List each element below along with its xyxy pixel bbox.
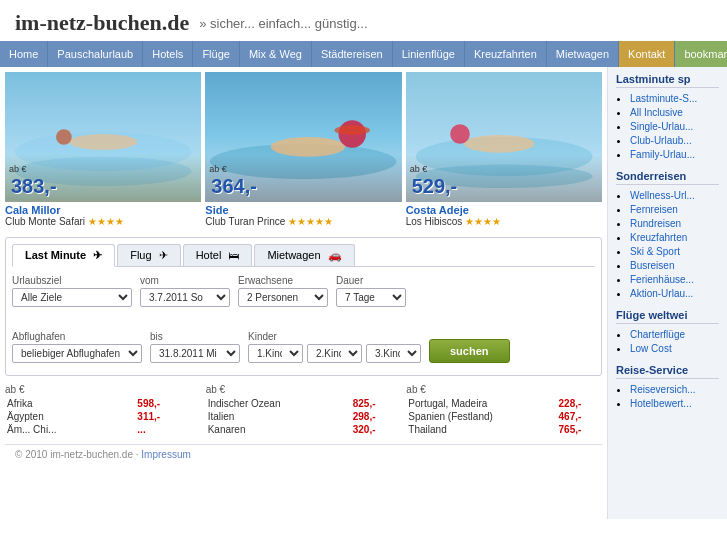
nav-mix[interactable]: Mix & Weg bbox=[240, 41, 312, 67]
sidebar-link[interactable]: Club-Urlaub... bbox=[630, 135, 692, 146]
kind3-select[interactable]: 3.Kind bbox=[366, 344, 421, 363]
table-row: Indischer Ozean 825,- bbox=[206, 397, 402, 410]
hotel-name-3: Los Hibiscos ★★★★ bbox=[406, 216, 602, 227]
list-item: Reiseversich... bbox=[630, 383, 719, 395]
sidebar-link[interactable]: Kreuzfahrten bbox=[630, 232, 687, 243]
table-row: Italien 298,- bbox=[206, 410, 402, 423]
content-area: ab € 383,- Cala Millor Club Monte Safari… bbox=[0, 67, 607, 519]
sidebar-link[interactable]: Family-Urlau... bbox=[630, 149, 695, 160]
sidebar-section-sonder: Sonderreisen Wellness-Url... Fernreisen … bbox=[616, 170, 719, 299]
header: im-netz-buchen.de » sicher... einfach...… bbox=[0, 0, 727, 41]
dest-col-1: ab € Afrika 598,- Ägypten 311,- Äm... Ch… bbox=[5, 384, 201, 436]
dest-header-3: ab € bbox=[406, 384, 602, 395]
sidebar-link[interactable]: Aktion-Urlau... bbox=[630, 288, 693, 299]
sidebar-section-fluege: Flüge weltwei Charterflüge Low Cost bbox=[616, 309, 719, 354]
abflughafen-select[interactable]: beliebiger Abflughafen bbox=[12, 344, 142, 363]
photo-desc-3: Costa Adeje Los Hibiscos ★★★★ bbox=[406, 202, 602, 229]
list-item: Ski & Sport bbox=[630, 245, 719, 257]
site-tagline: » sicher... einfach... günstig... bbox=[199, 16, 367, 31]
sidebar-section-title-sonder: Sonderreisen bbox=[616, 170, 719, 185]
sidebar-link[interactable]: Ski & Sport bbox=[630, 246, 680, 257]
dest-table-2: Indischer Ozean 825,- Italien 298,- Kana… bbox=[206, 397, 402, 436]
svg-point-9 bbox=[335, 125, 370, 135]
bis-select[interactable]: 31.8.2011 Mi bbox=[150, 344, 240, 363]
sidebar-link[interactable]: Rundreisen bbox=[630, 218, 681, 229]
nav-linien[interactable]: Linienflüge bbox=[393, 41, 465, 67]
tab-lastminute[interactable]: Last Minute ✈ bbox=[12, 244, 115, 267]
svg-point-14 bbox=[450, 124, 470, 144]
svg-point-4 bbox=[56, 129, 72, 145]
vom-select[interactable]: 3.7.2011 So bbox=[140, 288, 230, 307]
nav-bookmark[interactable]: bookmar bbox=[675, 41, 727, 67]
sidebar-section-title-fluege: Flüge weltwei bbox=[616, 309, 719, 324]
nav-pauschal[interactable]: Pauschalurlaub bbox=[48, 41, 143, 67]
tab-flug[interactable]: Flug ✈ bbox=[117, 244, 180, 266]
kind2-select[interactable]: 2.Kind bbox=[307, 344, 362, 363]
plane-icon: ✈ bbox=[93, 249, 102, 261]
dest-table-1: Afrika 598,- Ägypten 311,- Äm... Chi... … bbox=[5, 397, 201, 436]
dest-header-1: ab € bbox=[5, 384, 201, 395]
hotel-name-1: Club Monte Safari ★★★★ bbox=[5, 216, 201, 227]
tab-mietwagen[interactable]: Mietwagen 🚗 bbox=[254, 244, 354, 266]
dest-price: 765,- bbox=[557, 423, 602, 436]
dest-price: ... bbox=[135, 423, 200, 436]
photo-card-2[interactable]: ab € 364,- Side Club Turan Prince ★★★★★ bbox=[205, 72, 401, 229]
nav-miet[interactable]: Mietwagen bbox=[547, 41, 619, 67]
sidebar-link[interactable]: Busreisen bbox=[630, 260, 674, 271]
photo-bg-1: ab € 383,- bbox=[5, 72, 201, 202]
sidebar-link[interactable]: Wellness-Url... bbox=[630, 190, 695, 201]
impressum-link[interactable]: Impressum bbox=[141, 449, 190, 460]
sidebar-link[interactable]: Lastminute-S... bbox=[630, 93, 697, 104]
sidebar-link[interactable]: Reiseversich... bbox=[630, 384, 696, 395]
search-button[interactable]: suchen bbox=[429, 339, 510, 363]
list-item: Fernreisen bbox=[630, 203, 719, 215]
dauer-select[interactable]: 7 Tage bbox=[336, 288, 406, 307]
sidebar-section-title-service: Reise-Service bbox=[616, 364, 719, 379]
sidebar-link-lowcost[interactable]: Low Cost bbox=[630, 343, 672, 354]
nav-kontakt[interactable]: Kontakt bbox=[619, 41, 675, 67]
list-item: Low Cost bbox=[630, 342, 719, 354]
table-row: Äm... Chi... ... bbox=[5, 423, 201, 436]
vom-group: vom 3.7.2011 So bbox=[140, 275, 230, 307]
tab-hotel[interactable]: Hotel 🛏 bbox=[183, 244, 253, 266]
urlaubsziel-select[interactable]: Alle Ziele bbox=[12, 288, 132, 307]
dest-price: 467,- bbox=[557, 410, 602, 423]
sidebar-link[interactable]: Ferienhäuse... bbox=[630, 274, 694, 285]
photo-card-3[interactable]: ab € 529,- Costa Adeje Los Hibiscos ★★★★ bbox=[406, 72, 602, 229]
erwachsene-select[interactable]: 2 Personen bbox=[238, 288, 328, 307]
abflughafen-group: Abflughafen beliebiger Abflughafen bbox=[12, 331, 142, 363]
dest-col-3: ab € Portugal, Madeira 228,- Spanien (Fe… bbox=[406, 384, 602, 436]
bis-group: bis 31.8.2011 Mi bbox=[150, 331, 240, 363]
nav-fluege[interactable]: Flüge bbox=[193, 41, 240, 67]
list-item: Club-Urlaub... bbox=[630, 134, 719, 146]
sidebar-link[interactable]: Single-Urlau... bbox=[630, 121, 693, 132]
list-item: Single-Urlau... bbox=[630, 120, 719, 132]
svg-point-7 bbox=[271, 137, 346, 157]
table-row: Afrika 598,- bbox=[5, 397, 201, 410]
bis-label: bis bbox=[150, 331, 240, 342]
nav-bar: Home Pauschalurlaub Hotels Flüge Mix & W… bbox=[0, 41, 727, 67]
list-item: Wellness-Url... bbox=[630, 189, 719, 201]
sidebar: Lastminute sp Lastminute-S... All Inclus… bbox=[607, 67, 727, 519]
sidebar-scroll[interactable]: Lastminute sp Lastminute-S... All Inclus… bbox=[616, 73, 719, 513]
sidebar-link[interactable]: Charterflüge bbox=[630, 329, 685, 340]
dest-label: Thailand bbox=[406, 423, 556, 436]
sidebar-link[interactable]: Fernreisen bbox=[630, 204, 678, 215]
nav-staedte[interactable]: Städtereisen bbox=[312, 41, 393, 67]
list-item: Aktion-Urlau... bbox=[630, 287, 719, 299]
dest-label: Ägypten bbox=[5, 410, 135, 423]
sidebar-link[interactable]: Hotelbewert... bbox=[630, 398, 692, 409]
kind1-select[interactable]: 1.Kind bbox=[248, 344, 303, 363]
list-item: Kreuzfahrten bbox=[630, 231, 719, 243]
nav-hotels[interactable]: Hotels bbox=[143, 41, 193, 67]
list-item: Lastminute-S... bbox=[630, 92, 719, 104]
sidebar-link[interactable]: All Inclusive bbox=[630, 107, 683, 118]
dest-label: Spanien (Festland) bbox=[406, 410, 556, 423]
main-content: ab € 383,- Cala Millor Club Monte Safari… bbox=[0, 67, 727, 519]
nav-kreuz[interactable]: Kreuzfahrten bbox=[465, 41, 547, 67]
nav-home[interactable]: Home bbox=[0, 41, 48, 67]
sidebar-list-fluege: Charterflüge Low Cost bbox=[616, 328, 719, 354]
list-item: All Inclusive bbox=[630, 106, 719, 118]
photo-card-1[interactable]: ab € 383,- Cala Millor Club Monte Safari… bbox=[5, 72, 201, 229]
price-badge-1: ab € 383,- bbox=[5, 155, 201, 202]
